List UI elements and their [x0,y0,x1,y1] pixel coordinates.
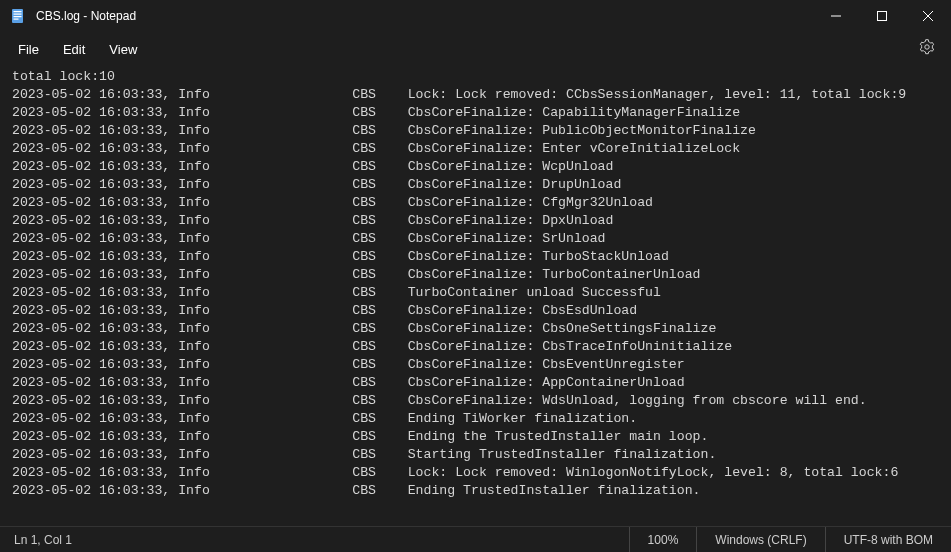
svg-rect-6 [878,12,887,21]
status-bar: Ln 1, Col 1 100% Windows (CRLF) UTF-8 wi… [0,526,951,552]
cursor-position: Ln 1, Col 1 [0,533,629,547]
close-button[interactable] [905,0,951,32]
log-line: 2023-05-02 16:03:33, Info CBS Ending Tru… [12,482,943,500]
window-title: CBS.log - Notepad [36,9,813,23]
log-line: 2023-05-02 16:03:33, Info CBS CbsCoreFin… [12,374,943,392]
log-line: 2023-05-02 16:03:33, Info CBS Lock: Lock… [12,86,943,104]
log-line: 2023-05-02 16:03:33, Info CBS CbsCoreFin… [12,212,943,230]
maximize-button[interactable] [859,0,905,32]
settings-button[interactable] [915,35,939,63]
log-line: 2023-05-02 16:03:33, Info CBS CbsCoreFin… [12,158,943,176]
menu-file[interactable]: File [6,36,51,63]
log-line: 2023-05-02 16:03:33, Info CBS CbsCoreFin… [12,230,943,248]
minimize-button[interactable] [813,0,859,32]
log-line: 2023-05-02 16:03:33, Info CBS CbsCoreFin… [12,266,943,284]
log-line: 2023-05-02 16:03:33, Info CBS CbsCoreFin… [12,320,943,338]
log-line: 2023-05-02 16:03:33, Info CBS Lock: Lock… [12,464,943,482]
log-line: 2023-05-02 16:03:33, Info CBS CbsCoreFin… [12,248,943,266]
log-line: 2023-05-02 16:03:33, Info CBS CbsCoreFin… [12,338,943,356]
log-line: 2023-05-02 16:03:33, Info CBS CbsCoreFin… [12,140,943,158]
log-line: 2023-05-02 16:03:33, Info CBS TurboConta… [12,284,943,302]
menu-view[interactable]: View [97,36,149,63]
zoom-level[interactable]: 100% [629,527,697,552]
log-line: 2023-05-02 16:03:33, Info CBS CbsCoreFin… [12,302,943,320]
log-line: 2023-05-02 16:03:33, Info CBS CbsCoreFin… [12,392,943,410]
log-line: 2023-05-02 16:03:33, Info CBS CbsCoreFin… [12,194,943,212]
log-line: 2023-05-02 16:03:33, Info CBS CbsCoreFin… [12,176,943,194]
svg-rect-4 [14,19,19,20]
encoding: UTF-8 with BOM [825,527,951,552]
svg-rect-3 [14,16,22,17]
log-line: 2023-05-02 16:03:33, Info CBS Starting T… [12,446,943,464]
menu-edit[interactable]: Edit [51,36,97,63]
menu-bar: File Edit View [0,32,951,66]
log-line: 2023-05-02 16:03:33, Info CBS CbsCoreFin… [12,104,943,122]
svg-rect-1 [14,11,22,12]
app-icon [10,8,26,24]
window-controls [813,0,951,32]
log-line: 2023-05-02 16:03:33, Info CBS CbsCoreFin… [12,356,943,374]
title-bar: CBS.log - Notepad [0,0,951,32]
log-line: total lock:10 [12,68,943,86]
gear-icon [919,41,935,58]
svg-rect-2 [14,14,22,15]
text-content[interactable]: total lock:102023-05-02 16:03:33, Info C… [0,66,951,526]
log-line: 2023-05-02 16:03:33, Info CBS CbsCoreFin… [12,122,943,140]
line-ending: Windows (CRLF) [696,527,824,552]
log-line: 2023-05-02 16:03:33, Info CBS Ending TiW… [12,410,943,428]
log-line: 2023-05-02 16:03:33, Info CBS Ending the… [12,428,943,446]
